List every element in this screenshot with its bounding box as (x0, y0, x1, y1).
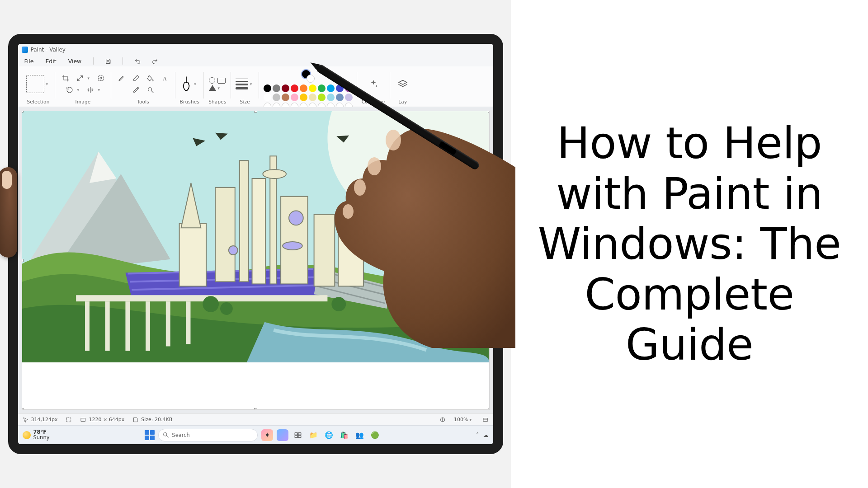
canvas-handle[interactable] (488, 111, 490, 113)
color-swatch[interactable] (273, 94, 280, 101)
layers-icon[interactable] (395, 76, 411, 92)
svg-rect-19 (165, 301, 170, 346)
color-swatch[interactable] (309, 94, 316, 101)
taskbar-search[interactable]: Search (158, 429, 258, 441)
taskbar-widgets-icon[interactable]: ✦ (261, 429, 273, 441)
ribbon-toolbar: ▾ Selection ▾ ▾ ▾ (18, 66, 493, 107)
color-swatch[interactable] (291, 94, 298, 101)
status-dims-value: 1220 × 644px (89, 417, 124, 422)
text-icon[interactable]: A (159, 73, 171, 83)
canvas-viewport[interactable] (18, 107, 493, 413)
color-swatch[interactable] (300, 94, 307, 101)
taskbar-app-icon[interactable]: 🟢 (369, 429, 381, 441)
chevron-down-icon[interactable]: ▾ (194, 82, 198, 86)
color-swatch[interactable] (291, 84, 298, 92)
select-tool-icon[interactable] (26, 75, 44, 93)
resize-icon[interactable] (74, 73, 86, 83)
color-secondary-swatch[interactable] (307, 75, 315, 83)
eyedropper-icon[interactable] (130, 85, 142, 95)
svg-rect-16 (105, 301, 109, 351)
svg-point-32 (228, 246, 237, 255)
crop-icon[interactable] (60, 73, 71, 83)
canvas-handle[interactable] (254, 408, 257, 410)
flip-icon[interactable] (85, 85, 96, 95)
paint-canvas[interactable] (22, 111, 490, 410)
color-swatch[interactable] (327, 94, 335, 101)
start-button[interactable] (145, 430, 155, 440)
taskbar-store-icon[interactable]: 🛍️ (338, 429, 350, 441)
onedrive-icon[interactable]: ☁ (483, 432, 489, 438)
taskbar-edge-icon[interactable]: 🌐 (323, 429, 335, 441)
canvas-handle[interactable] (254, 111, 257, 113)
color-swatch[interactable] (273, 84, 280, 92)
ribbon-group-layers: Lay (390, 67, 415, 106)
canvas-handle[interactable] (488, 259, 490, 262)
taskbar-taskview-icon[interactable] (292, 429, 304, 441)
color-swatch[interactable] (282, 84, 289, 92)
chevron-down-icon[interactable]: ▾ (98, 88, 103, 92)
promo-left-pane: Paint - Valley File Edit View (0, 0, 511, 488)
zoom-control[interactable]: 100% ▾ (454, 417, 474, 422)
svg-rect-27 (179, 223, 206, 286)
svg-rect-18 (146, 301, 150, 351)
taskbar-weather[interactable]: 78°F Sunny (23, 430, 50, 440)
color-swatch[interactable] (327, 84, 335, 92)
color-swatch[interactable] (282, 94, 289, 101)
color-swatch[interactable] (264, 84, 271, 92)
search-placeholder: Search (172, 432, 190, 438)
undo-icon[interactable] (133, 56, 142, 66)
color-swatch[interactable] (318, 84, 326, 92)
status-cursor-pos: 314,124px (23, 417, 58, 423)
canvas-handle[interactable] (22, 259, 24, 262)
color-swatch[interactable] (264, 94, 271, 101)
fit-screen-icon[interactable] (482, 417, 489, 423)
menu-file[interactable]: File (23, 56, 36, 66)
svg-point-37 (203, 296, 219, 312)
chevron-down-icon[interactable]: ▾ (77, 88, 82, 92)
shapes-gallery[interactable]: ▾ (209, 77, 226, 91)
canvas-handle[interactable] (22, 111, 24, 113)
color-mode-icon[interactable] (439, 417, 446, 423)
taskbar-explorer-icon[interactable]: 📁 (307, 429, 319, 441)
svg-line-47 (167, 436, 169, 437)
color-swatch[interactable] (345, 94, 353, 101)
menu-view[interactable]: View (66, 56, 84, 66)
ribbon-label-size: Size (240, 99, 250, 104)
canvas-handle[interactable] (488, 408, 490, 410)
svg-marker-8 (399, 80, 407, 84)
color-palette[interactable] (264, 84, 353, 110)
rotate-icon[interactable] (64, 85, 75, 95)
canvas-handle[interactable] (22, 408, 24, 410)
chevron-down-icon[interactable]: ▾ (88, 76, 92, 80)
taskbar-copilot-icon[interactable] (277, 429, 288, 441)
color-swatch[interactable] (336, 94, 344, 101)
color-swatch[interactable] (318, 94, 326, 101)
save-icon[interactable] (104, 56, 113, 66)
chevron-up-icon[interactable]: ˄ (476, 432, 479, 438)
taskbar-systray[interactable]: ˄ ☁ (476, 432, 488, 438)
chevron-down-icon[interactable]: ▾ (250, 82, 255, 86)
chevron-down-icon[interactable]: ▾ (470, 418, 474, 422)
menu-edit[interactable]: Edit (43, 56, 58, 66)
taskbar-teams-icon[interactable]: 👥 (354, 429, 365, 441)
remove-bg-icon[interactable] (95, 73, 107, 83)
fill-icon[interactable] (145, 73, 156, 83)
svg-point-3 (100, 77, 102, 79)
chevron-down-icon[interactable]: ▾ (46, 82, 51, 86)
color-swatch[interactable] (309, 84, 316, 92)
shape-circle-icon[interactable] (209, 77, 215, 84)
redo-icon[interactable] (150, 56, 159, 66)
chevron-down-icon[interactable]: ▾ (217, 86, 222, 90)
stroke-width-icon[interactable] (236, 79, 248, 89)
current-colors[interactable] (301, 69, 315, 83)
svg-text:A: A (163, 75, 167, 82)
cocreator-sparkle-icon[interactable] (365, 76, 382, 92)
pencil-icon[interactable] (116, 73, 127, 83)
magnify-icon[interactable] (145, 85, 156, 95)
color-swatch[interactable] (300, 84, 307, 92)
svg-rect-0 (107, 59, 109, 60)
shape-rect-icon[interactable] (217, 78, 226, 84)
eraser-icon[interactable] (130, 73, 142, 83)
shape-triangle-icon[interactable] (209, 85, 216, 91)
brush-icon[interactable] (180, 76, 192, 92)
